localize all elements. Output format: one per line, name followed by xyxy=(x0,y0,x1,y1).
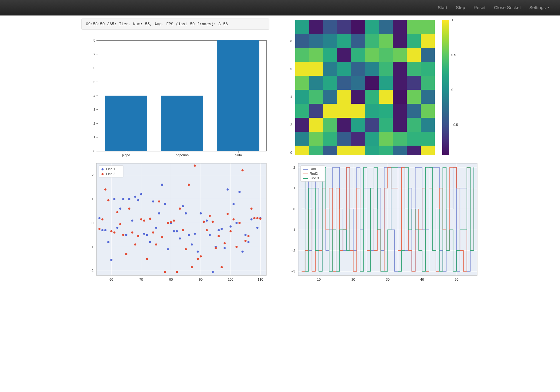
svg-point-173 xyxy=(113,198,115,200)
svg-point-270 xyxy=(238,222,241,224)
svg-point-262 xyxy=(214,247,217,249)
svg-rect-69 xyxy=(309,90,323,104)
svg-rect-95 xyxy=(393,62,407,76)
svg-text:1: 1 xyxy=(92,197,93,201)
svg-point-245 xyxy=(164,271,166,273)
svg-point-240 xyxy=(149,218,151,220)
svg-point-230 xyxy=(119,223,121,225)
svg-rect-120 xyxy=(323,20,337,34)
svg-point-199 xyxy=(191,243,193,245)
svg-rect-42 xyxy=(351,132,365,146)
svg-point-267 xyxy=(230,230,232,232)
svg-point-197 xyxy=(185,212,187,215)
svg-text:3: 3 xyxy=(93,108,95,111)
svg-rect-38 xyxy=(295,132,309,146)
svg-text:90: 90 xyxy=(199,278,203,281)
svg-point-205 xyxy=(209,234,211,236)
bar-chart[interactable]: 012345678pippopaperinopluto xyxy=(81,37,269,159)
svg-rect-116 xyxy=(407,34,421,48)
nav-close-socket[interactable]: Close Socket xyxy=(490,0,525,15)
svg-point-227 xyxy=(110,230,113,232)
svg-point-261 xyxy=(212,221,214,223)
svg-point-201 xyxy=(197,251,199,253)
svg-rect-48 xyxy=(295,118,309,132)
svg-point-281 xyxy=(102,173,104,175)
svg-text:Line 1: Line 1 xyxy=(106,167,115,171)
svg-rect-111 xyxy=(337,34,351,48)
svg-text:10: 10 xyxy=(317,278,321,281)
svg-rect-109 xyxy=(309,34,323,48)
svg-rect-91 xyxy=(337,62,351,76)
svg-point-265 xyxy=(224,242,226,244)
svg-point-252 xyxy=(185,248,187,250)
svg-point-235 xyxy=(134,243,136,245)
svg-point-275 xyxy=(253,217,255,219)
svg-rect-30 xyxy=(323,146,337,155)
svg-point-234 xyxy=(131,231,133,234)
svg-rect-78 xyxy=(295,76,309,90)
svg-rect-97 xyxy=(421,62,435,76)
svg-rect-40 xyxy=(323,132,337,146)
svg-rect-79 xyxy=(309,76,323,90)
svg-rect-96 xyxy=(407,62,421,76)
svg-point-177 xyxy=(125,234,127,236)
svg-text:20: 20 xyxy=(351,278,355,281)
svg-point-256 xyxy=(197,258,199,260)
svg-rect-144 xyxy=(96,163,266,275)
svg-rect-125 xyxy=(393,20,407,34)
svg-point-243 xyxy=(158,200,160,202)
svg-rect-103 xyxy=(365,48,379,62)
svg-rect-114 xyxy=(379,34,393,48)
svg-point-191 xyxy=(167,248,169,250)
svg-point-188 xyxy=(158,212,160,215)
svg-point-246 xyxy=(167,222,169,224)
svg-point-194 xyxy=(176,230,178,232)
svg-rect-67 xyxy=(421,104,435,118)
svg-point-217 xyxy=(245,234,247,236)
svg-rect-80 xyxy=(323,76,337,90)
line-chart[interactable]: 1020304050−3−2−1012RndRnd2Line 3 xyxy=(283,162,480,283)
svg-rect-37 xyxy=(421,146,435,155)
svg-rect-61 xyxy=(337,104,351,118)
svg-point-219 xyxy=(250,218,252,221)
svg-point-198 xyxy=(188,234,190,236)
svg-point-249 xyxy=(176,271,178,273)
svg-point-253 xyxy=(188,184,190,186)
svg-text:1: 1 xyxy=(93,135,95,139)
svg-rect-68 xyxy=(295,90,309,104)
svg-rect-123 xyxy=(365,20,379,34)
svg-point-255 xyxy=(194,164,196,167)
svg-rect-66 xyxy=(407,104,421,118)
svg-text:7: 7 xyxy=(93,52,95,56)
nav-settings-dropdown[interactable]: Settings xyxy=(525,0,554,15)
heatmap-chart[interactable]: 024680246810.50−0.5−1 xyxy=(283,19,480,155)
svg-point-247 xyxy=(170,221,172,223)
svg-rect-119 xyxy=(309,20,323,34)
svg-rect-124 xyxy=(379,20,393,34)
svg-point-212 xyxy=(230,225,232,228)
svg-point-254 xyxy=(191,266,193,268)
svg-rect-107 xyxy=(421,48,435,62)
svg-rect-121 xyxy=(337,20,351,34)
svg-rect-71 xyxy=(337,90,351,104)
svg-rect-86 xyxy=(407,76,421,90)
scatter-chart[interactable]: 60708090100110−2−1012Line 1Line 2 xyxy=(81,162,269,283)
svg-rect-83 xyxy=(365,76,379,90)
svg-point-184 xyxy=(146,234,148,236)
svg-point-183 xyxy=(143,233,145,235)
svg-rect-56 xyxy=(407,118,421,132)
svg-rect-100 xyxy=(323,48,337,62)
svg-rect-88 xyxy=(295,62,309,76)
nav-reset[interactable]: Reset xyxy=(469,0,490,15)
svg-text:Rnd: Rnd xyxy=(310,167,316,171)
svg-rect-44 xyxy=(379,132,393,146)
nav-step[interactable]: Step xyxy=(451,0,469,15)
nav-start[interactable]: Start xyxy=(433,0,452,15)
svg-text:pippo: pippo xyxy=(122,153,130,157)
svg-point-268 xyxy=(232,218,234,221)
svg-rect-98 xyxy=(295,48,309,62)
svg-point-251 xyxy=(182,229,184,231)
svg-text:1: 1 xyxy=(293,186,295,190)
svg-rect-57 xyxy=(421,118,435,132)
svg-point-209 xyxy=(221,228,223,230)
